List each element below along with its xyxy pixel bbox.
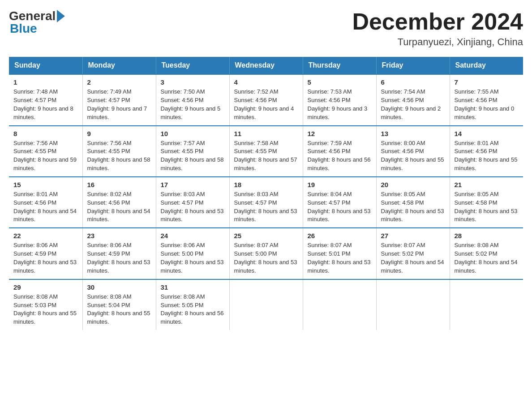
day-number: 17 bbox=[161, 181, 225, 188]
calendar-cell: 10Sunrise: 7:57 AMSunset: 4:55 PMDayligh… bbox=[156, 126, 229, 177]
weekday-header-saturday: Saturday bbox=[450, 57, 523, 74]
day-number: 2 bbox=[87, 78, 151, 86]
weekday-header-monday: Monday bbox=[82, 57, 156, 74]
day-info: Sunrise: 8:07 AMSunset: 5:00 PMDaylight:… bbox=[234, 241, 298, 275]
calendar-week-row: 1Sunrise: 7:48 AMSunset: 4:57 PMDaylight… bbox=[9, 74, 523, 125]
calendar-cell: 24Sunrise: 8:06 AMSunset: 5:00 PMDayligh… bbox=[156, 228, 229, 279]
weekday-header-row: SundayMondayTuesdayWednesdayThursdayFrid… bbox=[9, 57, 523, 74]
calendar-cell: 14Sunrise: 8:01 AMSunset: 4:56 PMDayligh… bbox=[450, 126, 523, 177]
location-title: Turpanyuezi, Xinjiang, China bbox=[352, 36, 523, 48]
weekday-header-friday: Friday bbox=[376, 57, 450, 74]
day-info: Sunrise: 8:07 AMSunset: 5:01 PMDaylight:… bbox=[308, 241, 372, 275]
day-info: Sunrise: 8:00 AMSunset: 4:56 PMDaylight:… bbox=[381, 139, 445, 173]
day-number: 28 bbox=[455, 232, 519, 240]
month-title: December 2024 bbox=[352, 9, 523, 34]
day-number: 16 bbox=[87, 181, 151, 188]
day-info: Sunrise: 8:02 AMSunset: 4:56 PMDaylight:… bbox=[87, 190, 151, 224]
page-header: General Blue December 2024 Turpanyuezi, … bbox=[9, 9, 523, 48]
calendar-cell: 5Sunrise: 7:53 AMSunset: 4:56 PMDaylight… bbox=[303, 74, 376, 125]
day-info: Sunrise: 7:53 AMSunset: 4:56 PMDaylight:… bbox=[308, 88, 372, 121]
calendar-week-row: 8Sunrise: 7:56 AMSunset: 4:55 PMDaylight… bbox=[9, 126, 523, 177]
day-number: 5 bbox=[308, 78, 372, 86]
calendar-cell: 15Sunrise: 8:01 AMSunset: 4:56 PMDayligh… bbox=[9, 177, 82, 228]
day-number: 6 bbox=[381, 78, 445, 86]
day-info: Sunrise: 7:57 AMSunset: 4:55 PMDaylight:… bbox=[161, 139, 225, 173]
weekday-header-wednesday: Wednesday bbox=[229, 57, 303, 74]
day-number: 25 bbox=[234, 232, 298, 240]
calendar-cell bbox=[303, 279, 376, 330]
day-number: 9 bbox=[87, 130, 151, 137]
day-number: 14 bbox=[455, 130, 519, 137]
calendar-cell: 19Sunrise: 8:04 AMSunset: 4:57 PMDayligh… bbox=[303, 177, 376, 228]
calendar-cell: 13Sunrise: 8:00 AMSunset: 4:56 PMDayligh… bbox=[376, 126, 450, 177]
day-info: Sunrise: 8:05 AMSunset: 4:58 PMDaylight:… bbox=[455, 190, 519, 224]
day-info: Sunrise: 7:58 AMSunset: 4:55 PMDaylight:… bbox=[234, 139, 298, 173]
day-info: Sunrise: 8:07 AMSunset: 5:02 PMDaylight:… bbox=[381, 241, 445, 275]
day-number: 15 bbox=[13, 181, 78, 188]
day-info: Sunrise: 8:05 AMSunset: 4:58 PMDaylight:… bbox=[381, 190, 445, 224]
calendar-cell: 2Sunrise: 7:49 AMSunset: 4:57 PMDaylight… bbox=[82, 74, 156, 125]
calendar-cell: 12Sunrise: 7:59 AMSunset: 4:56 PMDayligh… bbox=[303, 126, 376, 177]
day-info: Sunrise: 8:06 AMSunset: 5:00 PMDaylight:… bbox=[161, 241, 225, 275]
day-number: 20 bbox=[381, 181, 445, 188]
day-info: Sunrise: 8:08 AMSunset: 5:04 PMDaylight:… bbox=[87, 293, 151, 326]
day-number: 31 bbox=[161, 283, 225, 291]
calendar-cell: 28Sunrise: 8:08 AMSunset: 5:02 PMDayligh… bbox=[450, 228, 523, 279]
weekday-header-sunday: Sunday bbox=[9, 57, 82, 74]
day-info: Sunrise: 8:03 AMSunset: 4:57 PMDaylight:… bbox=[161, 190, 225, 224]
calendar-cell bbox=[450, 279, 523, 330]
calendar-cell: 29Sunrise: 8:08 AMSunset: 5:03 PMDayligh… bbox=[9, 279, 82, 330]
logo-triangle-icon bbox=[57, 10, 65, 22]
calendar-cell: 8Sunrise: 7:56 AMSunset: 4:55 PMDaylight… bbox=[9, 126, 82, 177]
calendar-cell: 23Sunrise: 8:06 AMSunset: 4:59 PMDayligh… bbox=[82, 228, 156, 279]
day-info: Sunrise: 8:08 AMSunset: 5:03 PMDaylight:… bbox=[13, 293, 78, 326]
calendar-cell: 7Sunrise: 7:55 AMSunset: 4:56 PMDaylight… bbox=[450, 74, 523, 125]
calendar-cell: 21Sunrise: 8:05 AMSunset: 4:58 PMDayligh… bbox=[450, 177, 523, 228]
calendar-body: 1Sunrise: 7:48 AMSunset: 4:57 PMDaylight… bbox=[9, 74, 523, 330]
day-number: 23 bbox=[87, 232, 151, 240]
day-number: 1 bbox=[13, 78, 78, 86]
calendar-cell: 16Sunrise: 8:02 AMSunset: 4:56 PMDayligh… bbox=[82, 177, 156, 228]
day-info: Sunrise: 7:59 AMSunset: 4:56 PMDaylight:… bbox=[308, 139, 372, 173]
day-number: 27 bbox=[381, 232, 445, 240]
weekday-header-thursday: Thursday bbox=[303, 57, 376, 74]
day-info: Sunrise: 7:54 AMSunset: 4:56 PMDaylight:… bbox=[381, 88, 445, 121]
day-info: Sunrise: 7:48 AMSunset: 4:57 PMDaylight:… bbox=[13, 88, 78, 121]
calendar-cell: 26Sunrise: 8:07 AMSunset: 5:01 PMDayligh… bbox=[303, 228, 376, 279]
calendar-cell: 18Sunrise: 8:03 AMSunset: 4:57 PMDayligh… bbox=[229, 177, 303, 228]
day-info: Sunrise: 8:01 AMSunset: 4:56 PMDaylight:… bbox=[455, 139, 519, 173]
day-info: Sunrise: 7:49 AMSunset: 4:57 PMDaylight:… bbox=[87, 88, 151, 121]
day-info: Sunrise: 7:56 AMSunset: 4:55 PMDaylight:… bbox=[87, 139, 151, 173]
calendar-week-row: 22Sunrise: 8:06 AMSunset: 4:59 PMDayligh… bbox=[9, 228, 523, 279]
calendar-cell: 25Sunrise: 8:07 AMSunset: 5:00 PMDayligh… bbox=[229, 228, 303, 279]
day-number: 3 bbox=[161, 78, 225, 86]
logo: General Blue bbox=[9, 9, 65, 36]
day-number: 29 bbox=[13, 283, 78, 291]
day-info: Sunrise: 8:06 AMSunset: 4:59 PMDaylight:… bbox=[13, 241, 78, 275]
day-number: 22 bbox=[13, 232, 78, 240]
calendar-cell: 11Sunrise: 7:58 AMSunset: 4:55 PMDayligh… bbox=[229, 126, 303, 177]
calendar-cell: 20Sunrise: 8:05 AMSunset: 4:58 PMDayligh… bbox=[376, 177, 450, 228]
calendar-week-row: 29Sunrise: 8:08 AMSunset: 5:03 PMDayligh… bbox=[9, 279, 523, 330]
day-info: Sunrise: 7:50 AMSunset: 4:56 PMDaylight:… bbox=[161, 88, 225, 121]
calendar-cell: 9Sunrise: 7:56 AMSunset: 4:55 PMDaylight… bbox=[82, 126, 156, 177]
day-number: 13 bbox=[381, 130, 445, 137]
day-number: 8 bbox=[13, 130, 78, 137]
calendar-cell: 6Sunrise: 7:54 AMSunset: 4:56 PMDaylight… bbox=[376, 74, 450, 125]
day-number: 11 bbox=[234, 130, 298, 137]
weekday-header-tuesday: Tuesday bbox=[156, 57, 229, 74]
day-number: 18 bbox=[234, 181, 298, 188]
day-info: Sunrise: 7:52 AMSunset: 4:56 PMDaylight:… bbox=[234, 88, 298, 121]
day-info: Sunrise: 8:03 AMSunset: 4:57 PMDaylight:… bbox=[234, 190, 298, 224]
day-number: 10 bbox=[161, 130, 225, 137]
day-number: 12 bbox=[308, 130, 372, 137]
day-info: Sunrise: 7:55 AMSunset: 4:56 PMDaylight:… bbox=[455, 88, 519, 121]
calendar-table: SundayMondayTuesdayWednesdayThursdayFrid… bbox=[9, 57, 523, 330]
calendar-cell: 30Sunrise: 8:08 AMSunset: 5:04 PMDayligh… bbox=[82, 279, 156, 330]
calendar-cell: 27Sunrise: 8:07 AMSunset: 5:02 PMDayligh… bbox=[376, 228, 450, 279]
calendar-cell: 31Sunrise: 8:08 AMSunset: 5:05 PMDayligh… bbox=[156, 279, 229, 330]
calendar-cell: 17Sunrise: 8:03 AMSunset: 4:57 PMDayligh… bbox=[156, 177, 229, 228]
day-info: Sunrise: 8:04 AMSunset: 4:57 PMDaylight:… bbox=[308, 190, 372, 224]
calendar-cell: 4Sunrise: 7:52 AMSunset: 4:56 PMDaylight… bbox=[229, 74, 303, 125]
day-number: 4 bbox=[234, 78, 298, 86]
